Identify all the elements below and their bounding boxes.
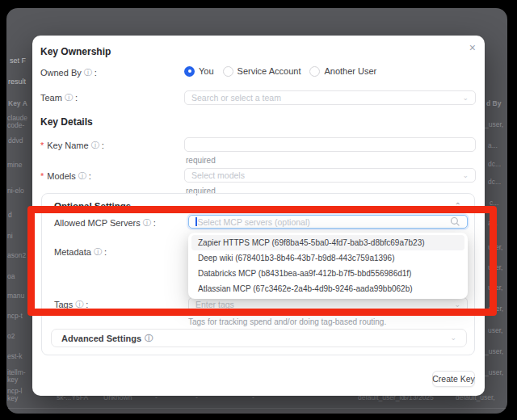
radio-unselected-icon — [223, 66, 233, 77]
chevron-up-icon[interactable]: ⌃ — [455, 201, 461, 210]
bg-text-fragment: mine — [7, 162, 22, 169]
owned-by-radio-group: You Service Account Another User — [184, 65, 376, 77]
bg-text-fragment: set F — [10, 57, 26, 65]
label-colon: : — [95, 68, 97, 78]
mcp-option-zapier[interactable]: Zapier HTTPS MCP (69f8ba45-5ba0-4fd7-bab… — [191, 235, 464, 250]
key-name-label-text: Key Name — [47, 141, 88, 150]
tags-select-placeholder: Enter tags — [195, 300, 234, 309]
mcp-servers-input[interactable]: Select MCP servers (optional) — [188, 215, 468, 229]
owned-by-label: Owned Byⓘ: — [40, 68, 97, 78]
chevron-down-icon: ⌄ — [462, 94, 469, 102]
bg-text-fragment: manu — [7, 292, 24, 300]
label-colon: : — [153, 218, 156, 228]
bg-text-fragment: code- — [7, 122, 24, 129]
tags-label-text: Tags — [54, 300, 73, 309]
text-cursor — [195, 217, 197, 226]
create-key-modal: Key Ownership × Owned Byⓘ: You Service A… — [32, 36, 485, 396]
close-icon[interactable]: × — [469, 42, 476, 53]
bg-text-fragment: user, — [488, 327, 502, 334]
radio-selected-icon — [184, 66, 195, 77]
mcp-servers-placeholder: Select MCP servers (optional) — [198, 217, 310, 227]
required-asterisk: * — [40, 141, 44, 150]
label-colon: : — [104, 247, 107, 257]
bg-text-fragment: est-k — [7, 353, 22, 360]
radio-label: Service Account — [237, 66, 301, 76]
create-key-button[interactable]: Create Key — [432, 371, 475, 387]
bg-text-fragment: c... — [490, 200, 498, 207]
bg-column-header-fragment: d By — [486, 100, 501, 107]
models-label: *Modelsⓘ: — [40, 171, 91, 181]
team-label-text: Team — [40, 93, 62, 103]
owned-by-label-text: Owned By — [40, 68, 82, 78]
bg-text-fragment: dc... — [488, 161, 501, 168]
advanced-settings-label-text: Advanced Settings — [61, 334, 141, 343]
search-icon — [450, 216, 460, 227]
bg-text-fragment: _user, — [485, 305, 503, 313]
radio-owned-by-another-user[interactable]: Another User — [309, 66, 376, 77]
info-icon[interactable]: ⓘ — [75, 300, 83, 309]
tags-select[interactable]: Enter tags ⌄ — [188, 297, 468, 312]
bg-text-fragment: oa — [7, 273, 15, 280]
bg-text-fragment: ncp-t — [7, 313, 23, 320]
info-icon[interactable]: ⓘ — [145, 334, 153, 342]
bg-text-fragment: result — [8, 78, 26, 86]
mcp-servers-label-text: Allowed MCP Servers — [54, 218, 141, 228]
radio-owned-by-you[interactable]: You — [184, 66, 214, 77]
radio-owned-by-service-account[interactable]: Service Account — [223, 66, 301, 77]
bg-text-fragment: a... — [488, 142, 498, 149]
bg-text-fragment: ddvd — [8, 137, 23, 145]
info-icon[interactable]: ⓘ — [84, 69, 92, 77]
info-icon[interactable]: ⓘ — [91, 141, 99, 149]
models-label-text: Models — [47, 171, 75, 181]
modal-title: Key Ownership — [40, 46, 111, 57]
optional-settings-header[interactable]: Optional Settings — [54, 201, 131, 211]
bg-text-fragment: user, — [488, 264, 502, 271]
mcp-option-deep-wiki[interactable]: Deep wiki (678401b3-8b46-43b7-b9d8-443c7… — [191, 250, 464, 266]
metadata-label: Metadataⓘ: — [54, 247, 107, 257]
label-colon: : — [102, 141, 104, 150]
label-colon: : — [75, 93, 78, 103]
key-name-label: *Key Nameⓘ: — [40, 141, 104, 150]
info-icon[interactable]: ⓘ — [65, 94, 73, 102]
radio-unselected-icon — [309, 66, 320, 77]
required-asterisk: * — [40, 171, 44, 181]
mcp-option-atlassian[interactable]: Atlassian MCP (67c3462e-2a4b-4d9b-9246-a… — [191, 281, 464, 296]
mcp-servers-dropdown: Zapier HTTPS MCP (69f8ba45-5ba0-4fd7-bab… — [188, 233, 468, 299]
models-select[interactable]: Select models ⌄ — [184, 168, 476, 183]
optional-settings-card: Optional Settings ⌃ Allowed MCP Serversⓘ… — [41, 193, 475, 355]
info-icon[interactable]: ⓘ — [78, 172, 86, 180]
key-name-input[interactable] — [184, 137, 476, 152]
chevron-down-icon: ⌄ — [462, 172, 469, 179]
bg-text-fragment: _user, — [485, 369, 503, 376]
bg-column-header-fragment: Key A — [8, 100, 27, 107]
mcp-servers-label: Allowed MCP Serversⓘ: — [54, 218, 156, 228]
bg-text-fragment: o2 — [7, 333, 15, 340]
key-details-header: Key Details — [40, 116, 93, 128]
bg-text-fragment: key — [7, 376, 18, 384]
info-icon[interactable]: ⓘ — [143, 219, 151, 227]
bg-text-fragment: user, — [488, 244, 502, 251]
bg-text-fragment: user, — [488, 284, 502, 292]
key-name-required-hint: required — [186, 156, 216, 165]
bg-text-fragment: ni-elo — [7, 187, 24, 195]
chevron-down-icon: ⌄ — [454, 301, 460, 309]
models-select-placeholder: Select models — [191, 170, 245, 180]
bg-text-fragment: ni — [7, 233, 13, 240]
tags-label: Tagsⓘ: — [54, 300, 88, 309]
advanced-settings-label: Advanced Settingsⓘ — [61, 334, 153, 343]
team-select[interactable]: Search or select a team ⌄ — [184, 90, 476, 105]
bg-text-fragment: _user, — [485, 348, 503, 355]
info-icon[interactable]: ⓘ — [94, 248, 102, 256]
label-colon: : — [89, 171, 91, 181]
chevron-down-icon: ⌄ — [450, 334, 456, 342]
advanced-settings-toggle[interactable]: Advanced Settingsⓘ ⌄ — [51, 329, 467, 347]
metadata-label-text: Metadata — [54, 247, 91, 257]
team-label: Teamⓘ: — [40, 93, 78, 103]
bg-text-fragment: a... — [488, 220, 498, 227]
mcp-option-databricks[interactable]: Databricks MCP (b8431bea-aa9f-412b-b7f5-… — [191, 266, 464, 281]
table-divider — [6, 408, 507, 409]
radio-label: Another User — [324, 66, 376, 76]
bg-text-fragment: key — [7, 395, 18, 402]
bg-text-fragment: d — [8, 212, 12, 219]
radio-label: You — [199, 66, 214, 76]
